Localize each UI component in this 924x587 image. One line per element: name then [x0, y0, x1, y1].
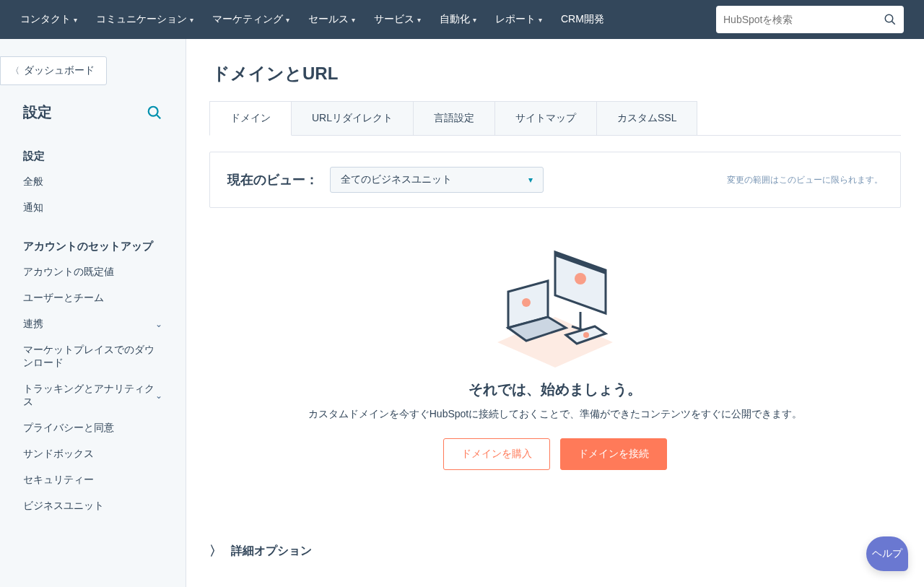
- chevron-down-icon: ▾: [352, 16, 355, 24]
- tab-url-redirect[interactable]: URLリダイレクト: [292, 101, 414, 135]
- nav-reports[interactable]: レポート▾: [495, 13, 542, 26]
- top-nav: コンタクト▾ コミュニケーション▾ マーケティング▾ セールス▾ サービス▾ 自…: [0, 0, 924, 39]
- page-title: ドメインとURL: [209, 62, 901, 85]
- svg-point-12: [522, 298, 531, 307]
- nav-automation[interactable]: 自動化▾: [440, 13, 476, 26]
- tab-sitemap[interactable]: サイトマップ: [495, 101, 597, 135]
- back-to-dashboard[interactable]: 〈 ダッシュボード: [0, 56, 107, 85]
- search-input[interactable]: [723, 14, 884, 25]
- main-content: ドメインとURL ドメイン URLリダイレクト 言語設定 サイトマップ カスタム…: [186, 39, 924, 587]
- search-icon: [884, 13, 897, 26]
- empty-state-subtitle: カスタムドメインを今すぐHubSpotに接続しておくことで、準備ができたコンテン…: [224, 408, 886, 421]
- tab-custom-ssl[interactable]: カスタムSSL: [597, 101, 697, 135]
- tab-language[interactable]: 言語設定: [414, 101, 495, 135]
- svg-point-2: [149, 106, 158, 116]
- svg-point-9: [575, 273, 586, 284]
- sidebar-search-icon[interactable]: [147, 105, 162, 121]
- domain-tabs: ドメイン URLリダイレクト 言語設定 サイトマップ カスタムSSL: [209, 101, 901, 136]
- view-filter-panel: 現在のビュー： 全てのビジネスユニット ▾ 変更の範囲はこのビューに限られます。: [209, 152, 901, 208]
- chevron-down-icon: ▾: [190, 16, 193, 24]
- sidebar-item-sandbox[interactable]: サンドボックス: [0, 441, 186, 467]
- nav-crm[interactable]: CRM開発: [561, 13, 604, 26]
- global-search[interactable]: [716, 6, 904, 33]
- chevron-down-icon: ▾: [286, 16, 289, 24]
- view-label: 現在のビュー：: [227, 171, 318, 188]
- empty-state: それでは、始めましょう。 カスタムドメインを今すぐHubSpotに接続しておくこ…: [209, 208, 901, 484]
- view-scope-note: 変更の範囲はこのビューに限られます。: [727, 174, 883, 186]
- nav-communication[interactable]: コミュニケーション▾: [96, 13, 193, 26]
- nav-sales[interactable]: セールス▾: [308, 13, 355, 26]
- sidebar-item-security[interactable]: セキュリティー: [0, 467, 186, 493]
- svg-line-3: [157, 115, 160, 118]
- sidebar-item-account-defaults[interactable]: アカウントの既定値: [0, 259, 186, 285]
- empty-state-title: それでは、始めましょう。: [224, 380, 886, 399]
- section-heading-settings: 設定: [0, 144, 186, 169]
- help-button[interactable]: ヘルプ: [866, 536, 908, 571]
- chevron-down-icon: ▾: [74, 16, 77, 24]
- caret-down-icon: ▾: [528, 175, 533, 185]
- nav-contacts[interactable]: コンタクト▾: [20, 13, 77, 26]
- section-heading-account-setup: アカウントのセットアップ: [0, 234, 186, 259]
- sidebar-item-business-units[interactable]: ビジネスユニット: [0, 493, 186, 519]
- chevron-down-icon: ▾: [417, 16, 421, 24]
- select-value: 全てのビジネスユニット: [341, 173, 452, 186]
- devices-illustration: [479, 241, 631, 371]
- sidebar-item-notifications[interactable]: 通知: [0, 195, 186, 221]
- nav-marketing[interactable]: マーケティング▾: [212, 13, 289, 26]
- svg-line-1: [892, 22, 895, 25]
- nav-service[interactable]: サービス▾: [374, 13, 421, 26]
- chevron-right-icon: 〉: [209, 542, 222, 560]
- sidebar-item-marketplace[interactable]: マーケットプレイスでのダウンロード: [0, 337, 186, 376]
- chevron-left-icon: 〈: [11, 65, 19, 77]
- business-unit-select[interactable]: 全てのビジネスユニット ▾: [330, 167, 544, 193]
- sidebar-item-tracking[interactable]: トラッキングとアナリティクス⌄: [0, 376, 186, 415]
- sidebar-item-users-teams[interactable]: ユーザーとチーム: [0, 285, 186, 311]
- chevron-down-icon: ⌄: [155, 391, 162, 401]
- buy-domain-button[interactable]: ドメインを購入: [443, 438, 550, 470]
- advanced-options-toggle[interactable]: 〉 詳細オプション: [209, 542, 901, 560]
- svg-point-14: [583, 332, 589, 338]
- tab-domain[interactable]: ドメイン: [209, 101, 292, 136]
- sidebar-item-general[interactable]: 全般: [0, 169, 186, 195]
- chevron-down-icon: ▾: [473, 16, 476, 24]
- settings-sidebar: 〈 ダッシュボード 設定 設定 全般 通知 アカウントのセットアップ アカウント…: [0, 39, 186, 587]
- chevron-down-icon: ⌄: [155, 319, 162, 329]
- svg-point-0: [885, 14, 893, 22]
- sidebar-item-privacy[interactable]: プライバシーと同意: [0, 415, 186, 441]
- sidebar-item-integrations[interactable]: 連携⌄: [0, 311, 186, 337]
- chevron-down-icon: ▾: [539, 16, 542, 24]
- connect-domain-button[interactable]: ドメインを接続: [560, 438, 667, 470]
- sidebar-title: 設定: [23, 103, 52, 122]
